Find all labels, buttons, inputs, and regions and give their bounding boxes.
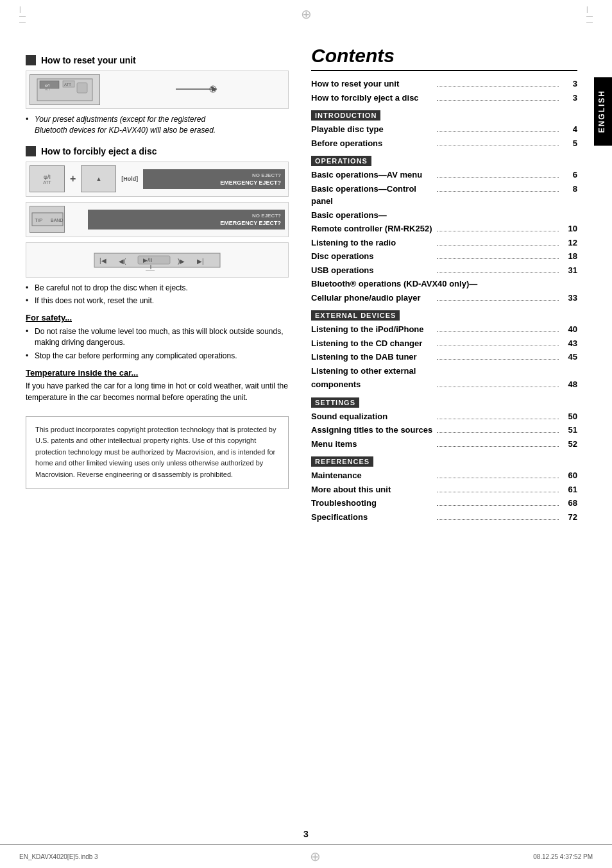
eject-diagram-1: φ/I ATT + ▲ [Hold] NO EJECT? EMERGENCY E… (26, 162, 289, 197)
page-number: 3 (0, 824, 612, 844)
toc-section-external-devices: EXTERNAL DEVICES (311, 310, 400, 321)
toc-entry: More about this unit61 (311, 483, 577, 496)
toc-entry-title: Maintenance (311, 469, 436, 482)
toc-entry-title: Listening to the iPod/iPhone (311, 323, 436, 336)
plus-sign-1: + (70, 173, 76, 185)
toc-entry: Listening to the DAB tuner45 (311, 351, 577, 363)
toc-entry-page: 4 (561, 123, 577, 136)
toc-entry-page: 3 (561, 92, 577, 104)
svg-text:|◀: |◀ (99, 257, 106, 264)
toc-dots (437, 505, 559, 506)
reset-arrow-svg (169, 76, 221, 102)
toc-dots (437, 100, 559, 101)
toc-entry: Troubleshooting68 (311, 497, 577, 510)
toc-entry-page: 61 (561, 483, 577, 496)
svg-text:)▶: )▶ (178, 258, 185, 265)
toc-dots (437, 387, 559, 387)
toc-dots (437, 446, 559, 447)
eject-heading-icon (26, 146, 36, 156)
svg-text:T/P: T/P (35, 217, 42, 223)
eject-bullet-2: If this does not work, reset the unit. (26, 296, 289, 306)
toc-dots (437, 478, 559, 478)
bottom-center-crosshair: ⊕ (310, 849, 321, 864)
toc-entry-title: Cellular phone/audio player (311, 292, 436, 305)
toc-entry-title: How to forcibly eject a disc (311, 92, 436, 104)
toc-entry-page: 10 (561, 222, 577, 235)
toc-entry: Remote controller (RM-RK252)10 (311, 222, 577, 235)
toc-entry-page: 33 (561, 292, 577, 305)
toc-entry-page: 50 (561, 410, 577, 423)
toc-entry: Before operations5 (311, 137, 577, 150)
toc-entry-page: 72 (561, 511, 577, 524)
english-label: ENGLISH (594, 77, 612, 146)
temperature-heading: Temperature inside the car... (26, 368, 289, 378)
toc-entry-title: Bluetooth® operations (KD-AVX40 only)— (311, 278, 577, 290)
toc-dots (437, 86, 559, 87)
toc-entry: components48 (311, 378, 577, 391)
eject-diagram-3: |◀ ◀( ▶/II )▶ ▶| —— (26, 242, 289, 278)
toc-dots (437, 146, 559, 146)
right-column: Contents How to reset your unit3How to f… (302, 38, 584, 824)
safety-bullet-1: Do not raise the volume level too much, … (26, 326, 289, 348)
reset-notes: Your preset adjustments (except for the … (26, 114, 289, 136)
eject-diag2-svg: T/P BAND (31, 208, 64, 231)
toc-dots (437, 245, 559, 246)
svg-text:▶/II: ▶/II (143, 257, 153, 263)
toc-dots (437, 177, 559, 178)
svg-text:▶|: ▶| (197, 258, 204, 265)
toc-entry-title: Basic operations— (311, 209, 577, 222)
toc-section-settings: SETTINGS (311, 397, 359, 408)
svg-text:◀(: ◀( (119, 258, 126, 265)
toc-entry: How to reset your unit3 (311, 78, 577, 90)
top-right-mark: |—— (586, 6, 593, 26)
eject-bullet-1: Be careful not to drop the disc when it … (26, 283, 289, 294)
toc-entry-page: 48 (561, 378, 577, 391)
toc-dots (437, 346, 559, 346)
svg-text:ATT: ATT (45, 87, 51, 91)
toc-entry-title: Assigning titles to the sources (311, 424, 436, 437)
reset-diagram: φ/I ATT ATT (26, 71, 289, 109)
toc-entry: Listening to the iPod/iPhone40 (311, 323, 577, 336)
toc-entry-title: components (311, 378, 436, 391)
toc-entry: Listening to other external (311, 365, 577, 378)
svg-text:ATT: ATT (64, 83, 71, 87)
toc-entry: Listening to the radio12 (311, 237, 577, 249)
toc-entry-title: Menu items (311, 438, 436, 451)
eject-heading-text: How to forcibly eject a disc (41, 146, 157, 156)
copyright-box: This product incorporates copyright prot… (26, 416, 289, 489)
toc-entry: Assigning titles to the sources51 (311, 424, 577, 437)
toc-dots (437, 231, 559, 231)
toc-entry-title: Playable disc type (311, 123, 436, 136)
toc-entry-title: Disc operations (311, 250, 436, 263)
toc-section-introduction: INTRODUCTION (311, 110, 380, 121)
toc-entry: Specifications72 (311, 511, 577, 524)
toc-entry-title: Before operations (311, 137, 436, 150)
toc-entry-page: 3 (561, 78, 577, 90)
toc-entry-page: 43 (561, 337, 577, 350)
eject-section-heading: How to forcibly eject a disc (26, 146, 289, 156)
svg-rect-6 (77, 83, 87, 93)
safety-bullet-2: Stop the car before performing any compl… (26, 351, 289, 362)
toc-dots (437, 359, 559, 360)
unit-diagram-svg: φ/I ATT ATT (36, 78, 94, 102)
toc-entry: Menu items52 (311, 438, 577, 451)
toc-entry-title: Remote controller (RM-RK252) (311, 222, 436, 235)
toc-entry-title: Listening to other external (311, 365, 577, 378)
top-left-mark: |—— (19, 6, 26, 26)
toc-entry-title: USB operations (311, 264, 436, 277)
toc-entry-page: 60 (561, 469, 577, 482)
no-eject-label-2: NO EJECT? EMERGENCY EJECT? (88, 210, 285, 230)
toc-dots (437, 131, 559, 132)
toc-entry-title: Specifications (311, 511, 436, 524)
toc-entry-title: More about this unit (311, 483, 436, 496)
toc-entry-page: 5 (561, 137, 577, 150)
reset-heading-text: How to reset your unit (41, 55, 136, 65)
contents-title: Contents (311, 45, 577, 71)
toc-entry-page: 45 (561, 351, 577, 363)
bottom-bar: EN_KDAVX4020[E]5.indb 3 ⊕ 08.12.25 4:37:… (0, 844, 612, 868)
toc-section-references: REFERENCES (311, 456, 373, 467)
eject-diagram-2: T/P BAND NO EJECT? EMERGENCY EJECT? (26, 202, 289, 237)
toc-entry-page: 51 (561, 424, 577, 437)
toc-dots (437, 300, 559, 301)
toc-entry-title: Listening to the radio (311, 237, 436, 249)
